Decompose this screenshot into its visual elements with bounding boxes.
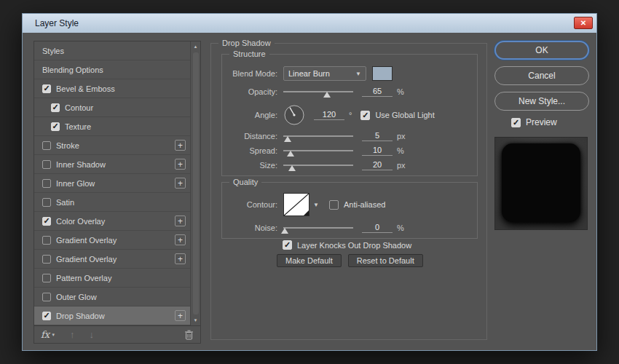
style-item-label: Texture	[65, 122, 91, 131]
style-item-label: Gradient Overlay	[56, 236, 117, 245]
styles-list-item[interactable]: Pattern Overlay	[34, 269, 190, 288]
anti-aliased-checkbox[interactable]	[329, 200, 339, 210]
style-item-label: Color Overlay	[56, 217, 105, 226]
angle-label: Angle:	[222, 111, 277, 119]
preview-row: Preview	[511, 117, 589, 127]
styles-list-item[interactable]: Styles	[34, 41, 190, 60]
structure-group: Structure Blend Mode: Linear Burn ▼ Opac…	[221, 54, 478, 176]
scroll-up-icon[interactable]: ▲	[194, 41, 198, 52]
delete-style-button[interactable]	[184, 330, 194, 340]
style-enabled-checkbox[interactable]	[51, 103, 60, 112]
add-style-instance-button[interactable]: +	[175, 310, 186, 321]
style-item-label: Inner Glow	[56, 179, 95, 188]
add-style-instance-button[interactable]: +	[175, 234, 186, 245]
style-enabled-checkbox[interactable]	[42, 84, 51, 93]
style-enabled-checkbox[interactable]	[42, 255, 51, 264]
styles-list-item[interactable]: Bevel & Emboss	[34, 79, 190, 98]
blend-mode-label: Blend Mode:	[222, 69, 277, 78]
opacity-row: Opacity: 65 %	[222, 82, 477, 101]
move-style-down-button[interactable]: ↓	[90, 329, 95, 340]
style-item-label: Outer Glow	[56, 293, 97, 301]
style-enabled-checkbox[interactable]	[42, 179, 51, 188]
size-label: Size:	[222, 161, 277, 170]
style-enabled-checkbox[interactable]	[42, 198, 51, 207]
style-enabled-checkbox[interactable]	[42, 141, 51, 150]
styles-list-item[interactable]: Gradient Overlay+	[34, 250, 190, 269]
slider-thumb[interactable]	[287, 151, 294, 157]
opacity-input[interactable]: 65	[362, 87, 393, 97]
styles-list-item[interactable]: Gradient Overlay+	[34, 231, 190, 250]
size-input[interactable]: 20	[362, 160, 393, 170]
add-style-instance-button[interactable]: +	[175, 140, 186, 151]
title-bar[interactable]: Layer Style ✕	[23, 14, 596, 33]
add-style-instance-button[interactable]: +	[175, 215, 186, 226]
opacity-label: Opacity:	[222, 87, 277, 96]
close-button[interactable]: ✕	[574, 17, 593, 29]
use-global-light-checkbox[interactable]	[360, 111, 370, 120]
contour-picker[interactable]	[283, 193, 310, 216]
noise-slider[interactable]	[283, 223, 353, 232]
preview-checkbox[interactable]	[511, 118, 521, 127]
style-enabled-checkbox[interactable]	[42, 293, 51, 301]
slider-thumb[interactable]	[323, 92, 331, 98]
scrollbar-thumb[interactable]	[193, 52, 199, 314]
style-enabled-checkbox[interactable]	[42, 274, 51, 282]
styles-list-item[interactable]: Inner Shadow+	[34, 155, 190, 174]
styles-list-toolbar: fx ▼ ↑ ↓	[34, 325, 200, 343]
noise-input[interactable]: 0	[362, 223, 393, 233]
style-item-label: Stroke	[56, 141, 79, 150]
styles-list-item[interactable]: Inner Glow+	[34, 174, 190, 193]
styles-list-item[interactable]: Drop Shadow+	[34, 306, 190, 325]
slider-thumb[interactable]	[288, 165, 296, 171]
spread-slider[interactable]	[283, 146, 353, 155]
blend-mode-select[interactable]: Linear Burn ▼	[283, 66, 366, 81]
fx-menu-button[interactable]: fx	[41, 329, 50, 340]
opacity-slider[interactable]	[283, 87, 353, 96]
add-style-instance-button[interactable]: +	[175, 159, 186, 170]
angle-input[interactable]: 120	[314, 110, 344, 120]
styles-list-item[interactable]: Satin	[34, 193, 190, 212]
new-style-button[interactable]: New Style...	[494, 92, 589, 111]
styles-list-item[interactable]: Texture	[34, 117, 190, 136]
layer-style-dialog: Layer Style ✕ StylesBlending OptionsBeve…	[22, 13, 597, 351]
cancel-button[interactable]: Cancel	[494, 66, 589, 85]
distance-input[interactable]: 5	[362, 131, 393, 141]
slider-track	[283, 135, 353, 137]
styles-list-item[interactable]: Blending Options	[34, 60, 190, 79]
reset-to-default-button[interactable]: Reset to Default	[348, 254, 423, 267]
ok-button[interactable]: OK	[494, 41, 589, 60]
angle-dial[interactable]	[283, 104, 305, 126]
scroll-down-icon[interactable]: ▼	[194, 315, 198, 325]
styles-list: StylesBlending OptionsBevel & EmbossCont…	[34, 41, 190, 325]
add-style-instance-button[interactable]: +	[175, 178, 186, 189]
slider-thumb[interactable]	[281, 228, 288, 234]
shadow-color-swatch[interactable]	[372, 66, 393, 81]
move-style-up-button[interactable]: ↑	[70, 329, 75, 340]
preview-label: Preview	[526, 117, 557, 127]
style-enabled-checkbox[interactable]	[42, 236, 51, 245]
angle-unit: °	[349, 111, 352, 119]
layer-preview-thumbnail	[494, 137, 588, 230]
distance-slider[interactable]	[283, 132, 353, 141]
distance-row: Distance: 5 px	[222, 129, 477, 143]
add-style-instance-button[interactable]: +	[175, 253, 186, 264]
style-enabled-checkbox[interactable]	[42, 160, 51, 169]
styles-list-item[interactable]: Contour	[34, 98, 190, 117]
styles-list-scrollbar[interactable]: ▲ ▼	[190, 41, 200, 325]
close-icon: ✕	[580, 19, 586, 27]
layer-knocks-out-checkbox[interactable]	[283, 240, 292, 250]
styles-list-item[interactable]: Stroke+	[34, 136, 190, 155]
styles-list-item[interactable]: Outer Glow	[34, 288, 190, 306]
contour-dropdown-arrow[interactable]: ▼	[313, 202, 319, 208]
style-enabled-checkbox[interactable]	[42, 217, 51, 226]
make-default-button[interactable]: Make Default	[277, 254, 342, 267]
style-item-label: Satin	[56, 198, 74, 207]
style-enabled-checkbox[interactable]	[51, 122, 60, 131]
styles-list-item[interactable]: Color Overlay+	[34, 212, 190, 231]
size-slider[interactable]	[283, 161, 353, 170]
spread-input[interactable]: 10	[362, 146, 393, 156]
slider-track	[283, 227, 353, 229]
knockout-row: Layer Knocks Out Drop Shadow	[283, 240, 411, 250]
style-enabled-checkbox[interactable]	[42, 312, 51, 320]
slider-thumb[interactable]	[284, 136, 291, 142]
